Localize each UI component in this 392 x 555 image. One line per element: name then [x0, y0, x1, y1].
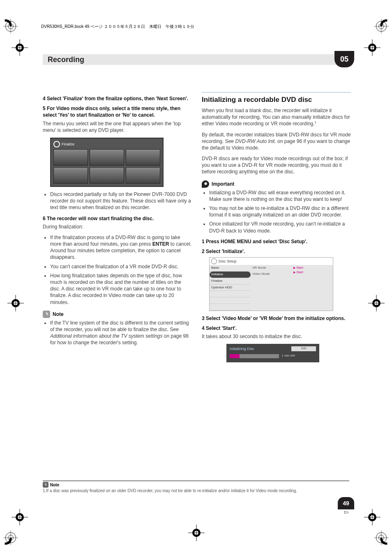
- title-style-thumb: [126, 149, 160, 166]
- right-p1-text: When you first load a blank disc, the re…: [202, 108, 350, 127]
- bullet-duration: How long finalization takes depends on t…: [50, 272, 192, 306]
- bullet-dvr7000: Discs recorded partially or fully on the…: [50, 191, 192, 211]
- disc-icon: [53, 141, 60, 147]
- right-p2: By default, the recorder initializes bla…: [202, 131, 351, 152]
- crop-mark-icon: [12, 39, 28, 56]
- crop-mark-icon: [364, 39, 380, 56]
- footnote-text: 1.If a disc was previously finalized on …: [43, 488, 349, 493]
- finalize-preview-title: Finalize: [62, 142, 74, 147]
- crop-mark-icon: [12, 509, 28, 525]
- right-step3: 3 Select 'Video Mode' or 'VR Mode' from …: [202, 315, 351, 322]
- title-style-thumb: [90, 149, 124, 166]
- section-title: Recording: [43, 55, 84, 64]
- right-p3: DVD-R discs are ready for Video mode rec…: [202, 155, 351, 175]
- note-icon: ✎: [43, 482, 48, 488]
- step-6-heading: 6 The recorder will now start finalizing…: [43, 215, 192, 222]
- note-em: Additional information about the TV syst…: [50, 333, 162, 339]
- progress-time: 1 min left: [281, 354, 295, 358]
- registration-mark-icon: [3, 19, 18, 34]
- doc-header-line: DVR530HS_RDR.book 49 ページ ２００５年５月２６日 木曜日 …: [41, 24, 194, 30]
- important-icon: ✸: [202, 180, 209, 188]
- right-step4-body: It takes about 30 seconds to initialize …: [202, 333, 351, 340]
- init-title: Initializing Disc: [230, 346, 254, 351]
- title-style-thumb: [126, 167, 160, 184]
- note-tv-line: If the TV line system of the disc is dif…: [50, 320, 192, 346]
- menu-side-item-selected: Initialize: [210, 272, 251, 278]
- page-lang: En: [344, 510, 348, 514]
- menu-title: Disc Setup: [219, 259, 237, 264]
- crop-mark-icon: [7, 295, 24, 311]
- step-4-heading: 4 Select 'Finalize' from the finalize op…: [43, 95, 192, 102]
- right-step4: 4 Select 'Start'.: [202, 325, 351, 332]
- bullet-cancel-enter: If the finalization process of a DVD-RW …: [50, 234, 192, 261]
- footnote-label: Note: [50, 483, 59, 487]
- menu-side-item: [210, 291, 251, 297]
- menu-mid-item: VR Mode: [251, 265, 292, 271]
- progress-bar: [230, 354, 279, 358]
- menu-side-item: Basic: [210, 265, 251, 272]
- enter-key-label: ENTER: [152, 241, 169, 247]
- page-number: 49: [338, 497, 354, 509]
- section-number-badge: 05: [334, 51, 354, 67]
- right-column: Initializing a recordable DVD disc When …: [202, 92, 351, 362]
- footnote-block: ✎ Note 1.If a disc was previously finali…: [43, 481, 349, 493]
- menu-mid-item: Video Mode: [251, 271, 292, 277]
- step-6-intro: During finalization:: [43, 223, 192, 230]
- footnote-ref: 1: [315, 120, 316, 124]
- crop-mark-icon: [364, 509, 380, 525]
- menu-side-item: [210, 304, 251, 311]
- important-label: Important: [212, 181, 234, 187]
- right-step1: 1 Press HOME MENU and select 'Disc Setup…: [202, 238, 351, 245]
- menu-sidebar: Basic Initialize Finalize Optimize HDD: [210, 265, 251, 311]
- menu-side-item: Finalize: [210, 278, 251, 285]
- title-style-thumb: [53, 167, 88, 184]
- registration-mark-icon: [374, 530, 389, 545]
- menu-start: Start: [293, 270, 331, 275]
- menu-side-item: Optimize HDD: [210, 285, 251, 291]
- crop-mark-icon: [188, 525, 205, 541]
- menu-start: Start: [293, 266, 331, 270]
- title-style-thumb: [53, 149, 88, 166]
- menu-side-item: [210, 297, 251, 304]
- note-label: Note: [53, 311, 64, 318]
- finalize-preview: Finalize: [50, 138, 164, 187]
- note-text: If the TV line system of the disc is dif…: [50, 320, 189, 332]
- important-erase: Initializing a DVD-RW disc will erase ev…: [209, 189, 351, 203]
- note-icon: ✎: [43, 311, 50, 318]
- important-dvdr: Once initialized for VR mode recording, …: [209, 221, 351, 234]
- step-5-body: The menu you select will be the one that…: [43, 120, 192, 134]
- menu-actions: Start Start: [292, 265, 333, 311]
- bullet-vr-dvd-r: You can't cancel the finalization of a V…: [50, 263, 192, 270]
- progress-fill: [230, 354, 240, 358]
- registration-mark-icon: [3, 530, 18, 545]
- right-step2: 2 Select 'Initialize'.: [202, 248, 351, 255]
- disc-icon: [211, 258, 217, 264]
- important-reinit: You may not be able to re-initialize a D…: [209, 205, 351, 218]
- crop-mark-icon: [368, 295, 385, 311]
- right-p1: When you first load a blank disc, the re…: [202, 107, 351, 127]
- title-style-thumb: [90, 167, 124, 184]
- init-channel: 1ch: [291, 346, 316, 351]
- right-p2-em: DVD-RW Auto Init.: [235, 138, 276, 144]
- disc-setup-menu: Disc Setup Basic Initialize Finalize Opt…: [209, 257, 333, 311]
- section-bar: Recording: [43, 54, 351, 65]
- registration-mark-icon: [374, 19, 389, 34]
- left-column: 4 Select 'Finalize' from the finalize op…: [43, 92, 192, 362]
- step-5-heading: 5 For Video mode discs only, select a ti…: [43, 105, 192, 118]
- right-heading: Initializing a recordable DVD disc: [202, 92, 351, 105]
- initializing-dialog: Initializing Disc 1ch 1 min left: [226, 344, 319, 362]
- menu-mid: VR Mode Video Mode: [251, 265, 292, 311]
